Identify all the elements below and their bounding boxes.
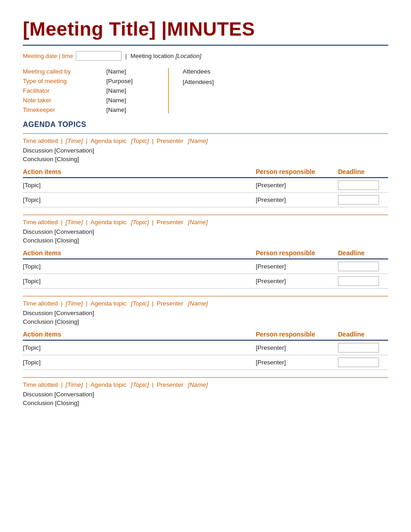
- time-allotted-label: Time allotted: [23, 381, 58, 388]
- action-deadline[interactable]: [338, 259, 388, 274]
- meeting-location-value: [Location]: [175, 53, 201, 59]
- action-topic: [Topic]: [23, 274, 256, 289]
- action-deadline[interactable]: [338, 274, 388, 289]
- discussion-value: [Conversation]: [54, 310, 94, 316]
- info-right: Attendees [Attendees]: [169, 68, 214, 113]
- conclusion-label: Conclusion: [23, 318, 53, 325]
- agenda-topic-label: Agenda topic: [90, 381, 126, 388]
- table-row: [Topic] [Presenter]: [23, 340, 388, 355]
- conclusion-value: [Closing]: [55, 318, 79, 325]
- action-presenter: [Presenter]: [256, 355, 338, 370]
- action-presenter: [Presenter]: [256, 259, 338, 274]
- discussion-label: Discussion: [23, 228, 53, 235]
- time-line: Time allotted | [Time] | Agenda topic [T…: [23, 300, 388, 307]
- conclusion-label: Conclusion: [23, 156, 53, 163]
- time-line: Time allotted | [Time] | Agenda topic [T…: [23, 381, 388, 388]
- deadline-input[interactable]: [338, 195, 379, 205]
- discussion-label: Discussion: [23, 391, 53, 398]
- person-responsible-header: Person responsible: [256, 166, 338, 178]
- agenda-topic-label: Agenda topic: [90, 219, 126, 226]
- time-allotted-label: Time allotted: [23, 137, 58, 144]
- time-value: [Time]: [66, 300, 83, 307]
- deadline-input[interactable]: [338, 358, 379, 367]
- conclusion-value: [Closing]: [55, 400, 79, 406]
- topic-value: [Topic]: [131, 300, 149, 307]
- discussion-label: Discussion: [23, 147, 53, 154]
- conclusion-line: Conclusion [Closing]: [23, 400, 388, 406]
- deadline-header: Deadline: [338, 248, 388, 259]
- person-responsible-header: Person responsible: [256, 329, 338, 340]
- conclusion-value: [Closing]: [55, 156, 79, 163]
- agenda-block: Time allotted | [Time] | Agenda topic [T…: [23, 300, 388, 370]
- action-deadline[interactable]: [338, 340, 388, 355]
- time-allotted-label: Time allotted: [23, 300, 58, 307]
- meeting-date-input[interactable]: [76, 51, 121, 61]
- conclusion-label: Conclusion: [23, 400, 53, 406]
- conclusion-line: Conclusion [Closing]: [23, 156, 388, 163]
- deadline-header: Deadline: [338, 329, 388, 340]
- agenda-divider: [23, 215, 388, 215]
- topic-value: [Topic]: [131, 137, 149, 144]
- agenda-section-title: AGENDA TOPICS: [23, 121, 388, 129]
- agenda-topic-label: Agenda topic: [90, 300, 126, 307]
- discussion-label: Discussion: [23, 310, 53, 316]
- action-presenter: [Presenter]: [256, 274, 338, 289]
- meeting-location-label: Meeting location: [131, 53, 174, 59]
- agenda-topic-label: Agenda topic: [90, 137, 126, 144]
- action-items-header: Action items: [23, 329, 256, 340]
- discussion-line: Discussion [Conversation]: [23, 147, 388, 154]
- info-field-label: Note taker: [23, 97, 97, 104]
- info-left: Meeting called by[Name]Type of meeting[P…: [23, 68, 169, 113]
- presenter-value: [Name]: [188, 300, 208, 307]
- presenter-label: Presenter: [157, 219, 184, 226]
- topic-value: [Topic]: [131, 381, 149, 388]
- agenda-divider: [23, 133, 388, 134]
- meeting-date-label: Meeting date | time: [23, 53, 73, 59]
- table-row: [Topic] [Presenter]: [23, 274, 388, 289]
- agenda-divider: [23, 377, 388, 378]
- time-value: [Time]: [66, 137, 83, 144]
- action-topic: [Topic]: [23, 355, 256, 370]
- action-topic: [Topic]: [23, 259, 256, 274]
- presenter-value: [Name]: [188, 381, 208, 388]
- deadline-input[interactable]: [338, 180, 379, 190]
- deadline-input[interactable]: [338, 262, 379, 271]
- agenda-blocks-container: Time allotted | [Time] | Agenda topic [T…: [23, 133, 388, 406]
- action-items-header: Action items: [23, 166, 256, 178]
- discussion-line: Discussion [Conversation]: [23, 310, 388, 316]
- action-topic: [Topic]: [23, 340, 256, 355]
- info-field-label: Type of meeting: [23, 78, 97, 84]
- action-topic: [Topic]: [23, 193, 256, 207]
- discussion-value: [Conversation]: [54, 147, 94, 154]
- table-row: [Topic] [Presenter]: [23, 178, 388, 193]
- discussion-value: [Conversation]: [54, 391, 94, 398]
- page-title: [Meeting Title] |MINUTES: [23, 18, 388, 40]
- deadline-header: Deadline: [338, 166, 388, 178]
- action-items-header: Action items: [23, 248, 256, 259]
- conclusion-line: Conclusion [Closing]: [23, 318, 388, 325]
- conclusion-value: [Closing]: [55, 237, 79, 244]
- meeting-header-row: Meeting date | time | Meeting location […: [23, 51, 388, 61]
- info-section: Meeting called by[Name]Type of meeting[P…: [23, 68, 388, 113]
- topic-value: [Topic]: [131, 219, 149, 226]
- top-divider: [23, 45, 388, 46]
- info-field-value: [Name]: [106, 106, 159, 113]
- table-row: [Topic] [Presenter]: [23, 259, 388, 274]
- deadline-input[interactable]: [338, 276, 379, 286]
- action-deadline[interactable]: [338, 355, 388, 370]
- action-deadline[interactable]: [338, 193, 388, 207]
- action-table: Action items Person responsible Deadline…: [23, 248, 388, 289]
- agenda-block: Time allotted | [Time] | Agenda topic [T…: [23, 137, 388, 207]
- conclusion-line: Conclusion [Closing]: [23, 237, 388, 244]
- action-deadline[interactable]: [338, 178, 388, 193]
- deadline-input[interactable]: [338, 343, 379, 353]
- time-line: Time allotted | [Time] | Agenda topic [T…: [23, 219, 388, 226]
- table-row: [Topic] [Presenter]: [23, 193, 388, 207]
- discussion-value: [Conversation]: [54, 228, 94, 235]
- separator: |: [125, 53, 126, 59]
- person-responsible-header: Person responsible: [256, 248, 338, 259]
- presenter-label: Presenter: [157, 137, 184, 144]
- attendees-label: Attendees: [183, 68, 214, 75]
- agenda-block: Time allotted | [Time] | Agenda topic [T…: [23, 219, 388, 289]
- info-field-label: Meeting called by: [23, 68, 97, 75]
